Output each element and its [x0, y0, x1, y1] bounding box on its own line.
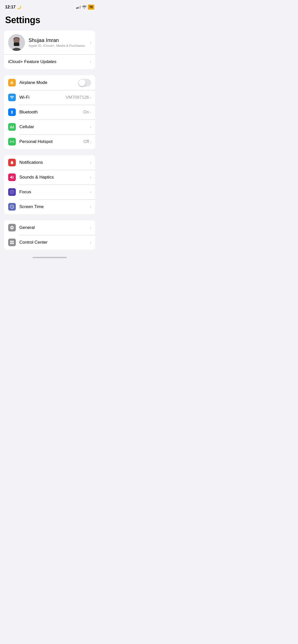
- airplane-mode-icon: [8, 79, 16, 86]
- status-bar: 12:17 🌙 70: [0, 0, 99, 13]
- signal-bar-4: [80, 6, 81, 9]
- general-content: General ›: [19, 225, 91, 230]
- svg-rect-7: [12, 243, 14, 244]
- sounds-chevron: ›: [90, 175, 91, 179]
- hotspot-chevron: ›: [90, 140, 91, 144]
- battery-indicator: 70: [88, 5, 94, 10]
- focus-icon: [8, 188, 16, 196]
- notifications-icon: [8, 159, 16, 166]
- profile-info: Shujaa Imran Apple ID, iCloud+, Media & …: [29, 37, 90, 48]
- cellular-right: ›: [90, 125, 91, 129]
- notifications-section: Notifications › Sounds & Haptics › Focus…: [4, 155, 95, 214]
- bluetooth-value: On: [83, 110, 89, 115]
- screentime-chevron: ›: [90, 205, 91, 209]
- cellular-icon: [8, 123, 16, 131]
- sounds-icon: [8, 173, 16, 181]
- wifi-value: VM7097126: [66, 95, 89, 100]
- battery-level: 70: [89, 5, 93, 9]
- wifi-right: VM7097126 ›: [66, 95, 91, 100]
- moon-icon: 🌙: [17, 5, 21, 9]
- hotspot-row[interactable]: Personal Hotspot Off ›: [4, 134, 95, 149]
- profile-subtitle: Apple ID, iCloud+, Media & Purchases: [29, 44, 90, 48]
- controlcenter-chevron: ›: [90, 240, 91, 244]
- time-display: 12:17: [5, 5, 16, 9]
- signal-bars: [76, 6, 81, 9]
- icloud-features-row[interactable]: iCloud+ Feature Updates ›: [4, 54, 95, 69]
- airplane-mode-content: Airplane Mode: [19, 79, 91, 87]
- svg-rect-3: [14, 42, 19, 46]
- wifi-chevron: ›: [90, 95, 91, 99]
- svg-rect-4: [10, 241, 12, 242]
- wifi-label: Wi-Fi: [19, 95, 30, 100]
- airplane-mode-toggle[interactable]: [78, 79, 91, 87]
- notifications-row[interactable]: Notifications ›: [4, 155, 95, 170]
- bluetooth-row[interactable]: Bluetooth On ›: [4, 105, 95, 120]
- profile-chevron: ›: [90, 40, 91, 45]
- signal-bar-1: [76, 8, 77, 9]
- airplane-mode-row[interactable]: Airplane Mode: [4, 75, 95, 90]
- airplane-mode-label: Airplane Mode: [19, 80, 47, 85]
- page-title: Settings: [5, 15, 94, 25]
- page-title-container: Settings: [0, 13, 99, 31]
- notifications-chevron: ›: [90, 160, 91, 165]
- hotspot-value: Off: [83, 139, 89, 144]
- icloud-features-content: iCloud+ Feature Updates ›: [8, 59, 91, 64]
- connectivity-section: Airplane Mode Wi-Fi VM7097126 ›: [4, 75, 95, 149]
- home-indicator: [33, 257, 67, 258]
- profile-section: Shujaa Imran Apple ID, iCloud+, Media & …: [4, 31, 95, 69]
- icloud-features-chevron: ›: [90, 60, 91, 64]
- focus-label: Focus: [19, 189, 31, 195]
- bluetooth-icon: [8, 108, 16, 116]
- status-time: 12:17 🌙: [5, 5, 21, 9]
- signal-bar-2: [77, 7, 78, 9]
- general-icon: [8, 224, 16, 231]
- general-label: General: [19, 225, 35, 230]
- screentime-icon: [8, 203, 16, 211]
- sounds-label: Sounds & Haptics: [19, 175, 54, 180]
- cellular-label: Cellular: [19, 124, 34, 129]
- notifications-content: Notifications ›: [19, 160, 91, 165]
- general-chevron: ›: [90, 226, 91, 230]
- bluetooth-chevron: ›: [90, 110, 91, 114]
- svg-rect-5: [12, 241, 14, 242]
- cellular-row[interactable]: Cellular ›: [4, 120, 95, 134]
- general-section: General › Control Center ›: [4, 220, 95, 250]
- wifi-content: Wi-Fi VM7097126 ›: [19, 95, 91, 100]
- hotspot-icon: [8, 138, 16, 145]
- profile-name: Shujaa Imran: [29, 37, 90, 43]
- signal-bar-3: [79, 6, 79, 9]
- wifi-row[interactable]: Wi-Fi VM7097126 ›: [4, 90, 95, 105]
- airplane-mode-toggle-thumb: [79, 79, 86, 86]
- bluetooth-label: Bluetooth: [19, 110, 38, 115]
- icloud-features-label: iCloud+ Feature Updates: [8, 59, 56, 64]
- hotspot-label: Personal Hotspot: [19, 139, 52, 144]
- hotspot-content: Personal Hotspot Off ›: [19, 139, 91, 144]
- avatar: [8, 34, 25, 51]
- focus-row[interactable]: Focus ›: [4, 185, 95, 199]
- sounds-content: Sounds & Haptics ›: [19, 175, 91, 180]
- controlcenter-content: Control Center ›: [19, 240, 91, 245]
- status-right: 70: [76, 5, 94, 10]
- wifi-status-icon: [82, 5, 86, 9]
- controlcenter-label: Control Center: [19, 240, 48, 245]
- screentime-content: Screen Time ›: [19, 204, 91, 209]
- hotspot-right: Off ›: [83, 139, 91, 144]
- bluetooth-right: On ›: [83, 110, 91, 115]
- screentime-label: Screen Time: [19, 204, 44, 209]
- cellular-content: Cellular ›: [19, 124, 91, 129]
- svg-rect-6: [10, 243, 12, 244]
- controlcenter-icon: [8, 239, 16, 246]
- wifi-icon: [8, 94, 16, 101]
- cellular-chevron: ›: [90, 125, 91, 129]
- focus-content: Focus ›: [19, 189, 91, 195]
- profile-row[interactable]: Shujaa Imran Apple ID, iCloud+, Media & …: [4, 31, 95, 54]
- notifications-label: Notifications: [19, 160, 43, 165]
- controlcenter-row[interactable]: Control Center ›: [4, 235, 95, 250]
- focus-chevron: ›: [90, 190, 91, 194]
- general-row[interactable]: General ›: [4, 220, 95, 235]
- sounds-row[interactable]: Sounds & Haptics ›: [4, 170, 95, 185]
- bluetooth-content: Bluetooth On ›: [19, 110, 91, 115]
- screentime-row[interactable]: Screen Time ›: [4, 199, 95, 214]
